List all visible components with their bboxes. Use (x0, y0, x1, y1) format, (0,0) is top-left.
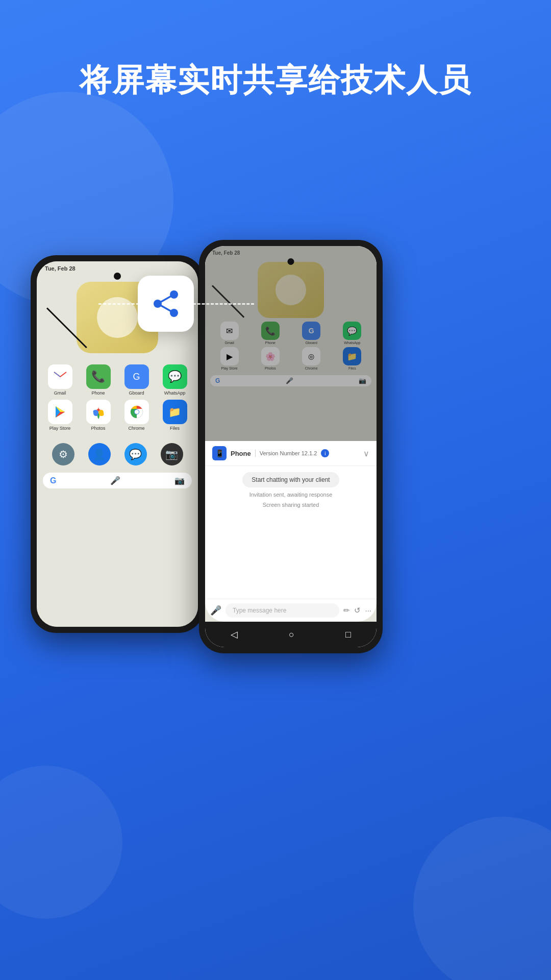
photos-label: Photos (91, 426, 105, 431)
playstore-label: Play Store (49, 426, 71, 431)
left-phone-dock: ⚙ 👤 💬 📷 (37, 439, 198, 470)
app-gboard[interactable]: G Gboard (119, 364, 154, 396)
chrome-icon (124, 400, 149, 424)
dotted-line-right (193, 303, 254, 305)
app-gmail[interactable]: Gmail (43, 364, 77, 396)
gboard-icon: G (124, 364, 149, 389)
chat-input-placeholder[interactable]: Type message here (226, 603, 339, 618)
app-chrome[interactable]: Chrome (119, 400, 154, 431)
chat-input-bar: 🎤 Type message here ✏ ↺ ··· (205, 599, 377, 622)
more-icon[interactable]: ··· (365, 606, 371, 615)
chat-app-icon: 📱 (212, 446, 227, 460)
chat-panel: 📱 Phone Version Number 12.1.2 i ∨ Start … (205, 441, 377, 622)
files-label: Files (170, 426, 180, 431)
dotted-line-left (98, 303, 139, 305)
right-phone: Tue, Feb 28 ✉ Gmail 📞 Phone (199, 240, 383, 653)
recent-button[interactable]: □ (345, 629, 351, 640)
camera-search-icon: 📷 (174, 476, 185, 485)
share-icon-container (138, 276, 194, 332)
playstore-icon (48, 400, 72, 424)
mic-icon: 🎤 (110, 476, 120, 485)
gboard-label: Gboard (129, 390, 144, 396)
svg-point-13 (135, 410, 139, 414)
right-phone-camera (288, 258, 294, 265)
settings-dock-icon[interactable]: ⚙ (52, 443, 74, 465)
share-icon (151, 288, 181, 319)
right-phone-inner: Tue, Feb 28 ✉ Gmail 📞 Phone (205, 246, 377, 647)
mic-icon[interactable]: 🎤 (210, 605, 221, 616)
files-icon: 📁 (163, 400, 187, 424)
back-button[interactable]: ◁ (231, 629, 238, 640)
app-files[interactable]: 📁 Files (158, 400, 192, 431)
app-photos[interactable]: Photos (81, 400, 115, 431)
phone-label: Phone (91, 390, 105, 396)
gmail-icon (48, 364, 72, 389)
chevron-down-icon[interactable]: ∨ (363, 449, 369, 458)
contacts-dock-icon[interactable]: 👤 (88, 443, 111, 465)
chat-header: 📱 Phone Version Number 12.1.2 i ∨ (205, 441, 377, 466)
page-title: 将屏幕实时共享给技术人员 (0, 61, 551, 99)
refresh-icon[interactable]: ↺ (354, 606, 361, 615)
phone-icon: 📞 (86, 364, 111, 389)
chat-status-1: Invitation sent, awaiting response (249, 492, 333, 498)
gmail-label: Gmail (54, 390, 66, 396)
left-app-grid: Gmail 📞 Phone G Gboard 💬 WhatsApp (37, 360, 198, 435)
chat-divider (255, 450, 256, 457)
messages-dock-icon[interactable]: 💬 (124, 443, 147, 465)
left-status-bar: Tue, Feb 28 (37, 261, 198, 274)
nav-bar: ◁ ○ □ (205, 622, 377, 647)
photos-icon (86, 400, 111, 424)
app-phone[interactable]: 📞 Phone (81, 364, 115, 396)
whatsapp-icon: 💬 (163, 364, 187, 389)
home-button[interactable]: ○ (289, 629, 294, 640)
camera-dock-icon[interactable]: 📷 (161, 443, 183, 465)
bg-circle-2 (0, 766, 122, 919)
chat-bubble-1: Start chatting with your client (242, 472, 339, 487)
chat-messages: Start chatting with your client Invitati… (205, 466, 377, 599)
chat-version: Version Number 12.1.2 (260, 450, 317, 456)
svg-line-4 (158, 304, 174, 313)
left-phone-camera (114, 273, 121, 280)
right-phone-screen: Tue, Feb 28 ✉ Gmail 📞 Phone (205, 246, 377, 647)
google-g: G (50, 476, 56, 485)
chat-app-name: Phone (231, 450, 251, 457)
chrome-label: Chrome (128, 426, 144, 431)
bg-circle-3 (413, 817, 551, 980)
stylus-icon[interactable]: ✏ (343, 606, 350, 615)
app-playstore[interactable]: Play Store (43, 400, 77, 431)
whatsapp-label: WhatsApp (164, 390, 186, 396)
chat-actions: ✏ ↺ ··· (343, 606, 371, 615)
chat-status-2: Screen sharing started (263, 502, 319, 508)
left-search-bar[interactable]: G 🎤 📷 (43, 473, 192, 488)
app-whatsapp[interactable]: 💬 WhatsApp (158, 364, 192, 396)
info-icon[interactable]: i (321, 449, 329, 457)
svg-line-3 (158, 295, 174, 304)
